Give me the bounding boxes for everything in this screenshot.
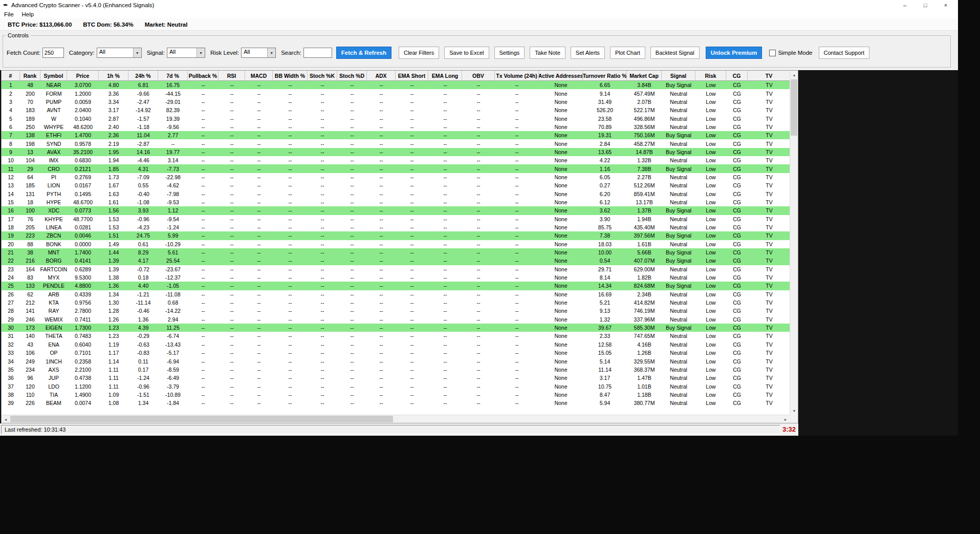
- cell-cg[interactable]: CG: [726, 206, 748, 215]
- column-header-obv[interactable]: OBV: [462, 71, 495, 81]
- horizontal-scrollbar[interactable]: ◄ ►: [2, 415, 790, 423]
- table-row[interactable]: 5189W0.10402.87-1.5719.39---------------…: [2, 114, 790, 122]
- table-row[interactable]: 3243ENA0.60401.19-0.63-13.43------------…: [2, 340, 790, 349]
- cell-cg[interactable]: CG: [726, 223, 748, 231]
- cell-tv[interactable]: TV: [748, 181, 790, 189]
- table-row[interactable]: 1776KHYPE48.77001.53-0.96-9.54----------…: [2, 215, 790, 223]
- cell-cg[interactable]: CG: [726, 282, 748, 290]
- cell-cg[interactable]: CG: [726, 307, 748, 315]
- table-row[interactable]: 3696JUP0.47381.11-1.24-6.49-------------…: [2, 374, 790, 382]
- table-row[interactable]: 2483MYX9.53001.380.18-12.37-------------…: [2, 273, 790, 282]
- column-header-num[interactable]: #: [2, 71, 20, 81]
- cell-cg[interactable]: CG: [726, 273, 748, 282]
- table-row[interactable]: 35234AXS2.21001.110.17-8.59-------------…: [2, 366, 790, 374]
- table-row[interactable]: 14131PYTH0.14951.63-0.40-7.98-----------…: [2, 189, 790, 198]
- column-header-ema-long[interactable]: EMA Long: [428, 71, 462, 81]
- cell-tv[interactable]: TV: [748, 173, 790, 181]
- column-header-stoch-k[interactable]: Stoch %K: [308, 71, 337, 81]
- column-header-adx[interactable]: ADX: [367, 71, 396, 81]
- save-to-excel-button[interactable]: Save to Excel: [444, 47, 489, 59]
- table-row[interactable]: 27212KTA0.97561.30-11.140.68------------…: [2, 298, 790, 307]
- cell-tv[interactable]: TV: [748, 248, 790, 257]
- cell-tv[interactable]: TV: [748, 357, 790, 365]
- close-icon[interactable]: ×: [935, 0, 956, 10]
- vertical-scrollbar-thumb[interactable]: [791, 79, 797, 136]
- column-header-turnover-ratio[interactable]: Turnover Ratio %: [583, 71, 627, 81]
- cell-tv[interactable]: TV: [748, 81, 790, 89]
- cell-cg[interactable]: CG: [726, 106, 748, 114]
- column-header-rank[interactable]: Rank: [20, 71, 40, 81]
- column-header-7d[interactable]: 7d %: [158, 71, 188, 81]
- table-row[interactable]: 33106OP0.71011.17-0.83-5.17-------------…: [2, 349, 790, 357]
- cell-tv[interactable]: TV: [748, 324, 790, 332]
- cell-cg[interactable]: CG: [726, 131, 748, 139]
- column-header-market-cap[interactable]: Market Cap: [627, 71, 662, 81]
- cell-tv[interactable]: TV: [748, 298, 790, 307]
- backtest-signal-button[interactable]: Backtest Signal: [650, 47, 700, 59]
- cell-tv[interactable]: TV: [748, 164, 790, 173]
- cell-cg[interactable]: CG: [726, 114, 748, 122]
- cell-cg[interactable]: CG: [726, 399, 748, 407]
- table-row[interactable]: 7138ETHFI1.47002.3611.042.77------------…: [2, 131, 790, 139]
- table-row[interactable]: 22216BORG0.41411.394.1725.54------------…: [2, 257, 790, 265]
- table-row[interactable]: 39226BEAM0.00741.081.34-1.84------------…: [2, 399, 790, 407]
- cell-cg[interactable]: CG: [726, 181, 748, 189]
- cell-cg[interactable]: CG: [726, 173, 748, 181]
- cell-tv[interactable]: TV: [748, 240, 790, 248]
- table-row[interactable]: 1518HYPE48.67001.61-1.08-9.53-----------…: [2, 198, 790, 206]
- cell-tv[interactable]: TV: [748, 290, 790, 298]
- scroll-down-icon[interactable]: ▼: [790, 407, 798, 415]
- contact-support-button[interactable]: Contact Support: [819, 47, 870, 59]
- cell-cg[interactable]: CG: [726, 81, 748, 89]
- cell-cg[interactable]: CG: [726, 357, 748, 365]
- table-row[interactable]: 370PUMP0.00593.34-2.47-29.01------------…: [2, 98, 790, 106]
- cell-tv[interactable]: TV: [748, 89, 790, 97]
- table-row[interactable]: 4183AVNT2.04003.17-14.9282.39-----------…: [2, 106, 790, 114]
- cell-tv[interactable]: TV: [748, 265, 790, 273]
- column-header-macd[interactable]: MACD: [245, 71, 273, 81]
- category-select[interactable]: All ▼: [97, 48, 142, 58]
- cell-tv[interactable]: TV: [748, 366, 790, 374]
- cell-tv[interactable]: TV: [748, 223, 790, 231]
- column-header-24h[interactable]: 24h %: [128, 71, 158, 81]
- cell-tv[interactable]: TV: [748, 399, 790, 407]
- cell-tv[interactable]: TV: [748, 257, 790, 265]
- column-header-tx-volume-24h[interactable]: Tx Volume (24h): [495, 71, 539, 81]
- column-header-risk[interactable]: Risk: [695, 71, 726, 81]
- table-row[interactable]: 342491INCH0.23581.140.11-6.94-----------…: [2, 357, 790, 365]
- cell-tv[interactable]: TV: [748, 98, 790, 106]
- scroll-up-icon[interactable]: ▲: [790, 71, 798, 79]
- table-row[interactable]: 10104IMX0.68301.94-4.463.14-------------…: [2, 156, 790, 164]
- cell-cg[interactable]: CG: [726, 366, 748, 374]
- risk-level-select[interactable]: All ▼: [241, 48, 276, 58]
- settings-button[interactable]: Settings: [494, 47, 525, 59]
- cell-tv[interactable]: TV: [748, 148, 790, 156]
- cell-cg[interactable]: CG: [726, 349, 748, 357]
- table-row[interactable]: 29246WEMIX0.74111.261.362.94------------…: [2, 315, 790, 324]
- table-row[interactable]: 1264PI0.27691.73-7.09-22.98-------------…: [2, 173, 790, 181]
- table-row[interactable]: 28141RAY2.78001.28-0.46-14.22-----------…: [2, 307, 790, 315]
- cell-cg[interactable]: CG: [726, 98, 748, 106]
- cell-cg[interactable]: CG: [726, 265, 748, 273]
- column-header-1h[interactable]: 1h %: [99, 71, 128, 81]
- column-header-signal[interactable]: Signal: [662, 71, 695, 81]
- cell-tv[interactable]: TV: [748, 340, 790, 349]
- cell-tv[interactable]: TV: [748, 114, 790, 122]
- cell-tv[interactable]: TV: [748, 282, 790, 290]
- cell-tv[interactable]: TV: [748, 374, 790, 382]
- column-header-active-addresses[interactable]: Active Addresses: [539, 71, 583, 81]
- scroll-right-icon[interactable]: ►: [781, 415, 790, 423]
- table-row[interactable]: 6250WHYPE48.62002.40-1.18-9.56----------…: [2, 123, 790, 131]
- column-header-tv[interactable]: TV: [748, 71, 790, 81]
- table-row[interactable]: 30173EIGEN1.73001.234.3911.25-----------…: [2, 324, 790, 332]
- table-row[interactable]: 25133PENDLE4.88001.364.40-1.05----------…: [2, 282, 790, 290]
- table-row[interactable]: 1129CRO0.21211.854.31-7.73--------------…: [2, 164, 790, 173]
- cell-tv[interactable]: TV: [748, 391, 790, 399]
- table-row[interactable]: 19223ZBCN0.00461.5124.755.99------------…: [2, 231, 790, 240]
- column-header-ema-short[interactable]: EMA Short: [396, 71, 428, 81]
- set-alerts-button[interactable]: Set Alerts: [571, 47, 605, 59]
- fetch-count-input[interactable]: [42, 48, 64, 58]
- table-row[interactable]: 2088BONK0.00001.490.61-10.29------------…: [2, 240, 790, 248]
- vertical-scrollbar[interactable]: ▲ ▼: [790, 71, 798, 415]
- table-row[interactable]: 38110TIA1.49001.09-1.51-10.89-----------…: [2, 391, 790, 399]
